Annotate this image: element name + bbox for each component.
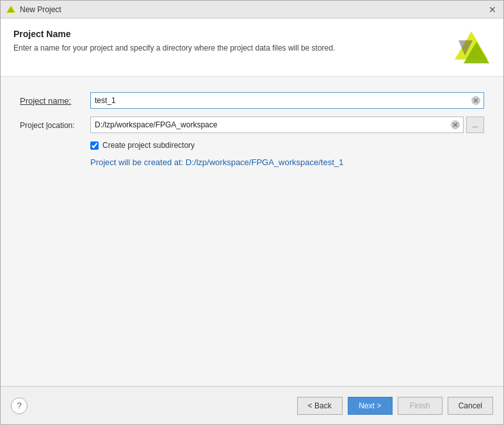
project-location-input-wrap bbox=[90, 116, 464, 133]
page-description: Enter a name for your project and specif… bbox=[13, 43, 335, 54]
project-path-info: Project will be created at: D:/lzp/works… bbox=[90, 157, 484, 167]
next-button[interactable]: Next > bbox=[348, 397, 393, 415]
project-name-label: Project name: bbox=[20, 96, 90, 106]
footer: ? < Back Next > Finish Cancel bbox=[1, 386, 503, 424]
project-location-label: Project location: bbox=[20, 120, 90, 130]
clear-location-icon bbox=[451, 120, 460, 129]
new-project-dialog: New Project ✕ Project Name Enter a name … bbox=[0, 0, 504, 425]
project-name-input[interactable] bbox=[90, 92, 484, 109]
cancel-button[interactable]: Cancel bbox=[448, 397, 493, 415]
content-section: Project name: Project location: bbox=[1, 77, 503, 386]
project-location-input[interactable] bbox=[90, 116, 464, 133]
footer-right: < Back Next > Finish Cancel bbox=[297, 397, 493, 415]
header-logo bbox=[452, 29, 491, 67]
page-title: Project Name bbox=[13, 29, 335, 39]
project-name-clear-button[interactable] bbox=[470, 95, 482, 106]
dialog-title: New Project bbox=[20, 5, 61, 14]
create-subdir-label[interactable]: Create project subdirectory bbox=[102, 141, 195, 150]
project-location-clear-button[interactable] bbox=[450, 119, 461, 131]
project-location-row: Project location: ... bbox=[20, 116, 484, 133]
clear-icon bbox=[471, 96, 480, 105]
project-path-value: D:/lzp/workspace/FPGA_workspace/test_1 bbox=[186, 157, 343, 167]
finish-button[interactable]: Finish bbox=[398, 397, 443, 415]
project-name-input-wrapper bbox=[90, 92, 484, 109]
title-bar-left: New Project bbox=[6, 4, 61, 15]
title-bar: New Project ✕ bbox=[1, 1, 503, 19]
close-button[interactable]: ✕ bbox=[487, 4, 498, 15]
project-path-prefix: Project will be created at: bbox=[90, 157, 186, 167]
help-button[interactable]: ? bbox=[11, 397, 28, 414]
app-icon bbox=[6, 4, 16, 15]
project-name-row: Project name: bbox=[20, 92, 484, 109]
create-subdir-row: Create project subdirectory bbox=[90, 141, 484, 150]
project-location-wrapper: ... bbox=[90, 116, 484, 133]
header-text: Project Name Enter a name for your proje… bbox=[13, 29, 335, 54]
create-subdir-checkbox[interactable] bbox=[90, 141, 99, 150]
browse-button[interactable]: ... bbox=[466, 116, 484, 133]
back-button[interactable]: < Back bbox=[297, 397, 343, 415]
header-section: Project Name Enter a name for your proje… bbox=[1, 19, 503, 77]
footer-left: ? bbox=[11, 397, 28, 414]
